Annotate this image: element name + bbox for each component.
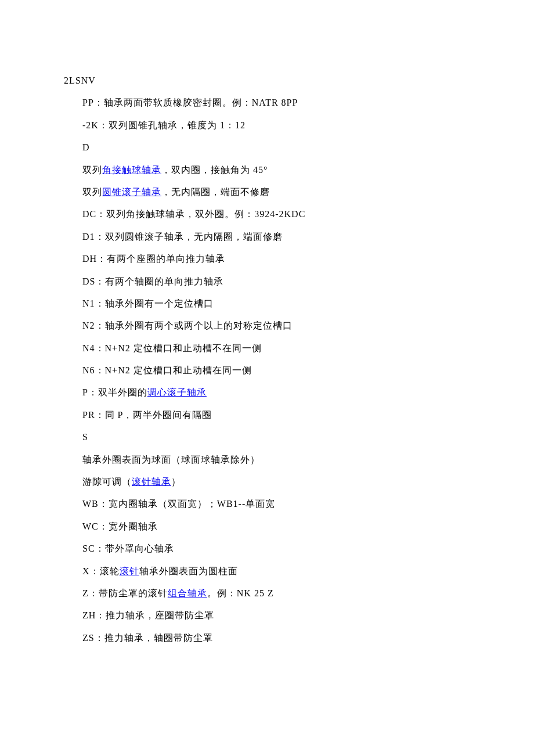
- text-span: WC：宽外圈轴承: [82, 521, 158, 531]
- text-line: 轴承外圈表面为球面（球面球轴承除外）: [64, 449, 470, 471]
- text-span: 2LSNV: [64, 75, 96, 85]
- hyperlink[interactable]: 圆锥滚子轴承: [102, 187, 161, 197]
- text-span: DH：有两个座圈的单向推力轴承: [82, 254, 225, 264]
- text-line: S: [64, 426, 470, 448]
- text-span: N4：N+N2 定位槽口和止动槽不在同一侧: [82, 343, 262, 353]
- hyperlink[interactable]: 调心滚子轴承: [147, 387, 207, 397]
- text-line: 双列圆锥滚子轴承，无内隔圈，端面不修磨: [64, 181, 470, 203]
- document-content: 2LSNVPP：轴承两面带软质橡胶密封圈。例：NATR 8PP-2K：双列圆锥孔…: [64, 70, 470, 649]
- text-line: D1：双列圆锥滚子轴承，无内隔圈，端面修磨: [64, 226, 470, 248]
- text-line: X：滚轮滚针轴承外圈表面为圆柱面: [64, 560, 470, 582]
- text-span: N2：轴承外圈有两个或两个以上的对称定位槽口: [82, 321, 293, 330]
- text-span: DS：有两个轴圈的单向推力轴承: [82, 276, 223, 286]
- text-span: Z：带防尘罩的滚针: [82, 588, 168, 598]
- text-line: PP：轴承两面带软质橡胶密封圈。例：NATR 8PP: [64, 92, 470, 114]
- text-span: N6：N+N2 定位槽口和止动槽在同一侧: [82, 365, 252, 375]
- text-span: SC：带外罩向心轴承: [82, 543, 174, 553]
- text-span: D1：双列圆锥滚子轴承，无内隔圈，端面修磨: [82, 232, 283, 242]
- text-line: WB：宽内圈轴承（双面宽）；WB1--单面宽: [64, 493, 470, 515]
- text-line: ZH：推力轴承，座圈带防尘罩: [64, 604, 470, 627]
- text-span: X：滚轮: [82, 566, 120, 576]
- text-span: -2K：双列圆锥孔轴承，锥度为 1：12: [82, 120, 246, 130]
- text-span: ，无内隔圈，端面不修磨: [161, 187, 270, 197]
- text-span: ，双内圈，接触角为 45°: [161, 165, 268, 175]
- text-span: 。例：NK 25 Z: [207, 588, 274, 598]
- hyperlink[interactable]: 组合轴承: [168, 588, 207, 598]
- text-span: P：双半外圈的: [82, 387, 147, 397]
- text-span: ）: [171, 477, 181, 487]
- text-span: WB：宽内圈轴承（双面宽）；WB1--单面宽: [82, 499, 275, 509]
- text-line: PR：同 P，两半外圈间有隔圈: [64, 404, 470, 426]
- text-line: P：双半外圈的调心滚子轴承: [64, 381, 470, 404]
- text-line: DC：双列角接触球轴承，双外圈。例：3924-2KDC: [64, 203, 470, 225]
- text-span: PP：轴承两面带软质橡胶密封圈。例：NATR 8PP: [82, 98, 298, 107]
- text-line: N4：N+N2 定位槽口和止动槽不在同一侧: [64, 337, 470, 359]
- text-line: 游隙可调（滚针轴承）: [64, 471, 470, 493]
- text-span: PR：同 P，两半外圈间有隔圈: [82, 410, 212, 420]
- hyperlink[interactable]: 滚针轴承: [132, 477, 171, 487]
- text-span: 轴承外圈表面为圆柱面: [139, 566, 238, 576]
- text-line: Z：带防尘罩的滚针组合轴承。例：NK 25 Z: [64, 582, 470, 604]
- text-line: WC：宽外圈轴承: [64, 516, 470, 538]
- text-span: 轴承外圈表面为球面（球面球轴承除外）: [82, 455, 260, 465]
- text-line: ZS：推力轴承，轴圈带防尘罩: [64, 627, 470, 649]
- hyperlink[interactable]: 滚针: [120, 566, 139, 576]
- text-line: N1：轴承外圈有一个定位槽口: [64, 293, 470, 315]
- text-span: DC：双列角接触球轴承，双外圈。例：3924-2KDC: [82, 209, 305, 219]
- text-line: N6：N+N2 定位槽口和止动槽在同一侧: [64, 359, 470, 381]
- text-span: N1：轴承外圈有一个定位槽口: [82, 298, 214, 308]
- text-span: ZS：推力轴承，轴圈带防尘罩: [82, 633, 213, 643]
- text-line: DS：有两个轴圈的单向推力轴承: [64, 271, 470, 293]
- text-span: S: [82, 432, 88, 442]
- text-line: D: [64, 136, 470, 159]
- text-line: 双列角接触球轴承，双内圈，接触角为 45°: [64, 159, 470, 181]
- text-span: 双列: [82, 187, 102, 197]
- text-line: -2K：双列圆锥孔轴承，锥度为 1：12: [64, 114, 470, 136]
- text-span: 游隙可调（: [82, 477, 132, 487]
- text-line: SC：带外罩向心轴承: [64, 538, 470, 560]
- text-line: DH：有两个座圈的单向推力轴承: [64, 248, 470, 270]
- text-line: N2：轴承外圈有两个或两个以上的对称定位槽口: [64, 315, 470, 337]
- hyperlink[interactable]: 角接触球轴承: [102, 165, 161, 175]
- text-line: 2LSNV: [64, 70, 470, 92]
- document-page: 2LSNVPP：轴承两面带软质橡胶密封圈。例：NATR 8PP-2K：双列圆锥孔…: [0, 0, 534, 684]
- text-span: D: [82, 142, 90, 152]
- text-span: ZH：推力轴承，座圈带防尘罩: [82, 610, 214, 620]
- text-span: 双列: [82, 165, 102, 175]
